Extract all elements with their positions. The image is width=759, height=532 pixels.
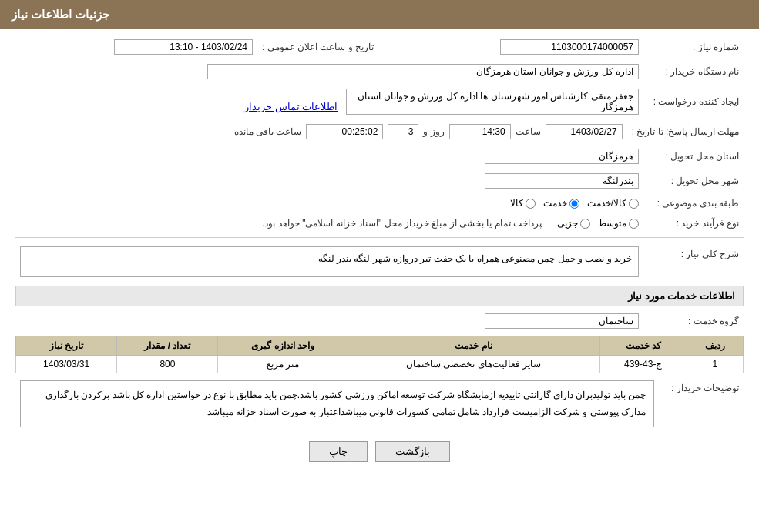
date-deadline: 1403/02/27 <box>546 124 623 139</box>
shomara-niaz-input: 1103000174000057 <box>500 39 639 55</box>
tarikh-input: 1403/02/24 - 13:10 <box>114 39 253 55</box>
tosihات-value: چمن باید تولیدبران دارای گارانتی تاییدیه… <box>15 378 659 430</box>
info-table-1: شماره نیاز : 1103000174000057 تاریخ و سا… <box>15 37 744 57</box>
info-table-2: نام دستگاه خریدار : اداره کل ورزش و جوان… <box>15 62 744 82</box>
radio-motavaset-label: متوسط <box>598 218 626 229</box>
goroه-input: ساختمان <box>485 313 639 329</box>
radio-kala: کالا <box>510 198 536 209</box>
ostan-input: هرمزگان <box>485 149 639 164</box>
ijad-link[interactable]: اطلاعات تماس خریدار <box>244 101 338 112</box>
cell-tarikh_niaz: 1403/03/31 <box>16 356 117 373</box>
info-table-5: استان محل تحویل : هرمزگان <box>15 146 744 166</box>
noع-farayand-label: نوع فرآیند خرید : <box>643 216 744 231</box>
goroه-value: ساختمان <box>15 311 643 331</box>
hours-remaining: 00:25:02 <box>306 124 383 139</box>
col-name: نام خدمت <box>348 336 599 356</box>
tarikh-label: تاریخ و ساعت اعلان عمومی : <box>257 37 378 57</box>
divider-1 <box>15 237 744 238</box>
radio-jozee-input[interactable] <box>580 219 590 229</box>
button-row: بازگشت چاپ <box>15 441 744 462</box>
services-table: ردیف کد خدمت نام خدمت واحد اندازه گیری ت… <box>15 336 744 373</box>
shomara-niaz-label: شماره نیاز : <box>643 37 744 57</box>
tosihات-box: چمن باید تولیدبران دارای گارانتی تاییدیه… <box>20 380 654 427</box>
saaat-baghi-label: ساعت باقی مانده <box>234 126 302 137</box>
ijad-input: جعفر متقی کارشناس امور شهرستان ها اداره … <box>346 89 639 115</box>
tabaqe-radios: کالا/خدمت خدمت کالا <box>15 196 643 211</box>
shahr-label: شهر محل تحویل : <box>643 171 744 191</box>
sharh-table: شرح کلی نیاز : خرید و نصب و حمل چمن مصنو… <box>15 244 744 279</box>
ostan-value: هرمزگان <box>15 146 643 166</box>
page-header: جزئیات اطلاعات نیاز <box>0 0 759 29</box>
ijad-value: جعفر متقی کارشناس امور شهرستان ها اداره … <box>15 86 643 117</box>
info-table-3: ایجاد کننده درخواست : جعفر متقی کارشناس … <box>15 86 744 117</box>
col-tarikh: تاریخ نیاز <box>16 336 117 356</box>
sharh-box: خرید و نصب و حمل چمن مصنوعی همراه با یک … <box>20 246 639 277</box>
shahr-input: بندرلنگه <box>485 173 639 189</box>
radio-kala-khedmat-input[interactable] <box>629 199 639 209</box>
sharh-label: شرح کلی نیاز : <box>643 244 744 279</box>
rooz-label: روز و <box>423 126 444 137</box>
sharh-value: خرید و نصب و حمل چمن مصنوعی همراه با یک … <box>15 244 643 279</box>
name-dastgah-value: اداره کل ورزش و جوانان استان هرمزگان <box>15 62 643 82</box>
farayand-desc: پرداخت تمام یا بخشی از مبلغ خریداز محل "… <box>262 218 542 229</box>
radio-kala-label: کالا <box>510 198 523 209</box>
cell-tedad: 800 <box>117 356 218 373</box>
days-remaining: 3 <box>388 124 418 139</box>
name-dastgah-input: اداره کل ورزش و جوانان استان هرمزگان <box>207 64 639 79</box>
shahr-value: بندرلنگه <box>15 171 643 191</box>
radio-jozee: جزیی <box>557 218 590 229</box>
radio-motavaset-input[interactable] <box>629 219 639 229</box>
main-content: شماره نیاز : 1103000174000057 تاریخ و سا… <box>0 29 759 481</box>
saaat-label: ساعت <box>516 126 541 137</box>
radio-jozee-label: جزیی <box>557 218 578 229</box>
radio-kala-khedmat-label: کالا/خدمت <box>587 198 626 209</box>
col-vahed: واحد اندازه گیری <box>218 336 348 356</box>
cell-vahed: متر مربع <box>218 356 348 373</box>
radio-kala-input[interactable] <box>526 199 536 209</box>
back-button[interactable]: بازگشت <box>375 441 450 462</box>
khedamat-section-header: اطلاعات خدمات مورد نیاز <box>15 286 744 306</box>
name-dastgah-label: نام دستگاه خریدار : <box>643 62 744 82</box>
radio-khedmat: خدمت <box>543 198 579 209</box>
radio-khedmat-label: خدمت <box>543 198 567 209</box>
radio-kala-khedmat: کالا/خدمت <box>587 198 639 209</box>
tabaqe-label: طبقه بندی موضوعی : <box>643 196 744 211</box>
noع-farayand-row: متوسط جزیی پرداخت تمام یا بخشی از مبلغ خ… <box>15 216 643 231</box>
col-radif: ردیف <box>687 336 743 356</box>
col-tedad: تعداد / مقدار <box>117 336 218 356</box>
ostan-label: استان محل تحویل : <box>643 146 744 166</box>
ijad-label: ایجاد کننده درخواست : <box>643 86 744 117</box>
info-table-4: مهلت ارسال پاسخ: تا تاریخ : 1403/02/27 س… <box>15 122 744 142</box>
col-cod: کد خدمت <box>599 336 687 356</box>
tosihات-table: توضیحات خریدار : چمن باید تولیدبران دارا… <box>15 378 744 430</box>
cell-radif: 1 <box>687 356 743 373</box>
cell-name_khedmat: سایر فعالیت‌های تخصصی ساختمان <box>348 356 599 373</box>
shomara-niaz-value: 1103000174000057 <box>401 37 643 57</box>
print-button[interactable]: چاپ <box>309 441 368 462</box>
info-table-8: نوع فرآیند خرید : متوسط جزیی پرداخت تمام… <box>15 216 744 231</box>
radio-khedmat-input[interactable] <box>569 199 579 209</box>
goroه-label: گروه خدمت : <box>643 311 744 331</box>
mohlat-label: مهلت ارسال پاسخ: تا تاریخ : <box>627 122 744 142</box>
cell-cod_khedmat: ج-43-439 <box>599 356 687 373</box>
page-title: جزئیات اطلاعات نیاز <box>12 8 109 21</box>
tarikh-value: 1403/02/24 - 13:10 <box>15 37 257 57</box>
time-deadline: 14:30 <box>449 124 511 139</box>
tosihات-label: توضیحات خریدار : <box>659 378 744 430</box>
table-row: 1ج-43-439سایر فعالیت‌های تخصصی ساختمانمت… <box>16 356 744 373</box>
info-table-7: طبقه بندی موضوعی : کالا/خدمت خدمت <box>15 196 744 211</box>
goroه-table: گروه خدمت : ساختمان <box>15 311 744 331</box>
mohlat-row: 1403/02/27 ساعت 14:30 روز و 3 00:25:02 س… <box>15 122 627 142</box>
radio-motavaset: متوسط <box>598 218 639 229</box>
info-table-6: شهر محل تحویل : بندرلنگه <box>15 171 744 191</box>
page-container: جزئیات اطلاعات نیاز شماره نیاز : 1103000… <box>0 0 759 532</box>
